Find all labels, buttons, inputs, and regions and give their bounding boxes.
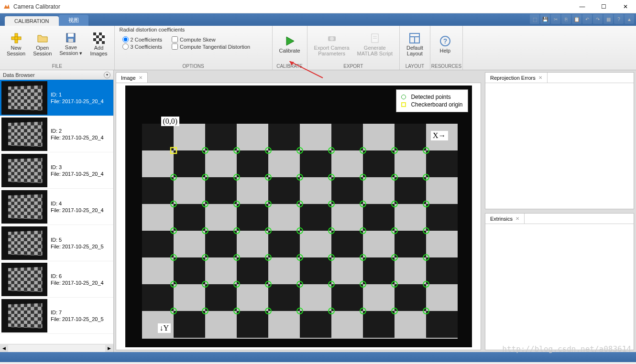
qa-save-icon[interactable]: 💾 — [540, 14, 550, 24]
svg-rect-43 — [237, 204, 268, 231]
svg-rect-29 — [268, 124, 300, 150]
svg-rect-30 — [331, 124, 363, 150]
browser-item[interactable]: ID: 7File: 2017-10-25_20_5 — [0, 298, 113, 334]
minimize-button[interactable]: — — [571, 0, 593, 13]
svg-rect-51 — [395, 231, 426, 257]
qa-undo-icon[interactable]: ↶ — [582, 14, 592, 24]
reprojection-tab[interactable]: Reprojection Errors✕ — [485, 73, 548, 83]
svg-rect-34 — [300, 150, 331, 177]
svg-rect-15 — [102, 41, 105, 44]
window-title: Camera Calibrator — [13, 3, 571, 10]
svg-rect-10 — [96, 35, 99, 38]
qa-cut-icon[interactable]: ✂ — [551, 14, 560, 24]
svg-rect-5 — [68, 33, 74, 37]
tab-view[interactable]: 视图 — [59, 15, 88, 26]
ribbon-group-options: Radial distortion coefficients 2 Coeffic… — [115, 26, 273, 70]
image-tab[interactable]: Image✕ — [116, 72, 148, 83]
browser-item[interactable]: ID: 5File: 2017-10-25_20_5 — [0, 225, 113, 261]
svg-rect-57 — [142, 284, 174, 311]
checker-icon — [93, 32, 105, 44]
add-images-button[interactable]: Add Images — [86, 31, 111, 58]
item-id: ID: 4 — [51, 201, 104, 206]
radio-3-coefficients[interactable]: 3 Coefficients — [122, 43, 162, 50]
close-icon[interactable]: ✕ — [515, 216, 519, 221]
svg-rect-59 — [268, 284, 300, 311]
svg-rect-45 — [363, 204, 395, 231]
image-legend: Detected points Checkerboard origin — [396, 89, 468, 112]
matlab-logo-icon — [3, 3, 11, 11]
maximize-button[interactable]: ☐ — [593, 0, 614, 13]
qa-minimize-ribbon-icon[interactable]: ▲ — [625, 14, 634, 24]
legend-detected: Detected points — [411, 94, 450, 100]
svg-rect-64 — [300, 311, 331, 338]
browser-item[interactable]: ID: 3File: 2017-10-25_20_4 — [0, 152, 113, 189]
new-session-button[interactable]: New Session — [3, 31, 29, 58]
qa-layout-icon[interactable]: ▦ — [603, 14, 613, 24]
browser-item[interactable]: ID: 4File: 2017-10-25_20_4 — [0, 189, 113, 225]
svg-rect-37 — [142, 177, 174, 204]
ribbon-group-calibrate: Calibrate CALIBRATE — [273, 26, 307, 70]
folder-icon — [37, 32, 48, 44]
item-file: File: 2017-10-25_20_4 — [51, 98, 104, 104]
thumbnail — [1, 226, 47, 260]
svg-rect-9 — [99, 32, 102, 35]
svg-rect-50 — [331, 231, 363, 257]
checkbox-skew[interactable]: Compute Skew — [172, 36, 250, 43]
close-icon[interactable]: ✕ — [538, 75, 542, 80]
svg-rect-1 — [11, 37, 21, 40]
svg-rect-35 — [363, 150, 395, 177]
x-axis-label: X→ — [431, 131, 448, 140]
qa-icon-1[interactable]: ⬚ — [530, 14, 539, 24]
svg-rect-27 — [142, 124, 174, 150]
layout-icon — [409, 32, 420, 44]
browser-item[interactable]: ID: 1File: 2017-10-25_20_4 — [0, 80, 113, 116]
extrinsics-panel: Extrinsics✕ — [485, 213, 634, 350]
collapse-icon[interactable]: ▾ — [104, 72, 110, 78]
ribbon-label-calibrate: CALIBRATE — [273, 63, 307, 70]
data-browser-list[interactable]: ID: 1File: 2017-10-25_20_4ID: 2File: 201… — [0, 80, 113, 344]
svg-rect-53 — [237, 257, 268, 284]
svg-rect-47 — [142, 231, 174, 257]
horizontal-scrollbar[interactable]: ◀ ▶ — [0, 344, 113, 352]
svg-rect-31 — [395, 124, 426, 150]
browser-item[interactable]: ID: 2File: 2017-10-25_20_4 — [0, 116, 113, 152]
calibration-image: Detected points Checkerboard origin (0,0… — [125, 86, 472, 347]
svg-rect-13 — [99, 38, 102, 41]
thumbnail — [1, 154, 47, 187]
close-tab-icon[interactable]: ✕ — [139, 75, 143, 80]
qa-copy-icon[interactable]: ⎘ — [561, 14, 571, 24]
qa-help-icon[interactable]: ? — [614, 14, 624, 24]
play-icon — [284, 35, 296, 47]
svg-rect-8 — [93, 32, 96, 35]
scroll-left-icon[interactable]: ◀ — [0, 345, 8, 352]
tab-calibration[interactable]: CALIBRATION — [5, 16, 59, 26]
checkbox-tangential[interactable]: Compute Tangential Distortion — [172, 43, 250, 50]
ribbon-label-file: FILE — [0, 63, 114, 70]
help-button[interactable]: ?Help — [433, 33, 457, 55]
legend-origin: Checkerboard origin — [411, 101, 462, 108]
detected-symbol-icon — [401, 95, 406, 99]
tab-bar: CALIBRATION 视图 ⬚ 💾 ✂ ⎘ 📋 ↶ ↷ ▦ ? ▲ — [0, 13, 636, 26]
item-file: File: 2017-10-25_20_4 — [51, 171, 104, 177]
browser-item[interactable]: ID: 6File: 2017-10-25_20_4 — [0, 261, 113, 298]
qa-redo-icon[interactable]: ↷ — [593, 14, 603, 24]
svg-rect-48 — [205, 231, 237, 257]
calibrate-button[interactable]: Calibrate — [275, 33, 304, 55]
ribbon-group-resources: ?Help RESOURCES — [430, 26, 463, 70]
plus-icon — [11, 32, 22, 44]
qa-paste-icon[interactable]: 📋 — [572, 14, 581, 24]
save-session-button[interactable]: Save Session ▾ — [55, 30, 86, 58]
item-file: File: 2017-10-25_20_4 — [51, 280, 104, 286]
scroll-right-icon[interactable]: ▶ — [105, 345, 113, 352]
image-view[interactable]: Detected points Checkerboard origin (0,0… — [116, 83, 481, 350]
default-layout-button[interactable]: Default Layout — [403, 31, 427, 58]
radio-2-coefficients[interactable]: 2 Coefficients — [122, 36, 162, 43]
open-session-button[interactable]: Open Session — [29, 31, 55, 58]
svg-rect-38 — [205, 177, 237, 204]
extrinsics-tab[interactable]: Extrinsics✕ — [485, 214, 525, 224]
svg-rect-63 — [237, 311, 268, 338]
svg-rect-40 — [331, 177, 363, 204]
ribbon-group-export: Export Camera Parameters Generate MATLAB… — [307, 26, 400, 70]
close-button[interactable]: ✕ — [614, 0, 636, 13]
svg-rect-11 — [102, 35, 105, 38]
